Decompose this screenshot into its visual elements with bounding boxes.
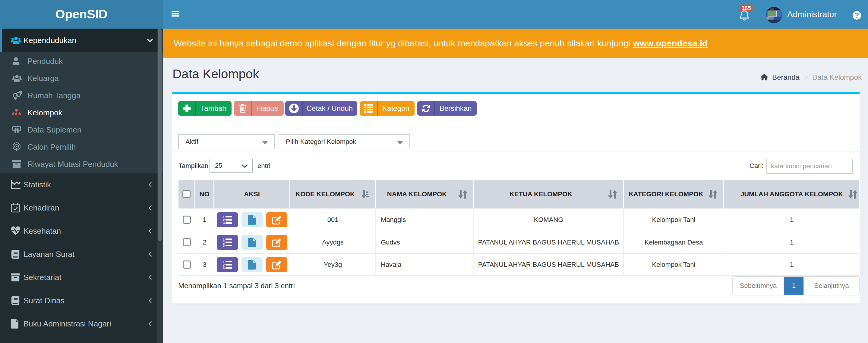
svg-text:3: 3 bbox=[223, 244, 225, 247]
svg-text:3: 3 bbox=[223, 266, 225, 269]
svg-text:3: 3 bbox=[223, 221, 225, 224]
